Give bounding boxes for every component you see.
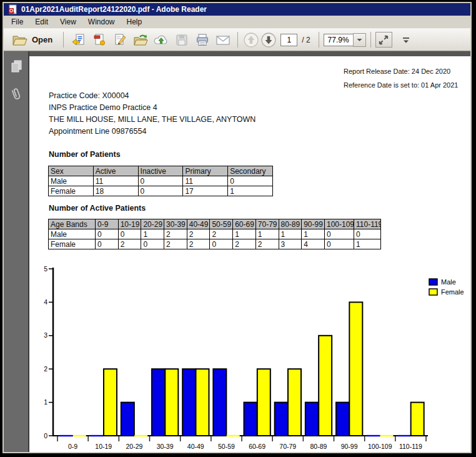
table-cell: 1 [279, 229, 302, 239]
toolbar: Open [4, 28, 470, 51]
pdf-file-icon [7, 4, 17, 14]
appointment-line: Appointment Line 09876554 [49, 126, 255, 138]
table-cell: 0 [118, 229, 141, 239]
sign-document-button[interactable] [109, 31, 130, 49]
table-cell: 0 [210, 239, 233, 249]
age-table-title: Number of Active Patients [49, 204, 146, 213]
email-icon [215, 33, 231, 47]
svg-text:0-9: 0-9 [68, 443, 77, 450]
page-thumbnails-button[interactable] [7, 58, 25, 75]
menu-file[interactable]: File [6, 16, 30, 28]
open-button[interactable]: Open [9, 31, 59, 49]
svg-text:10-19: 10-19 [95, 443, 112, 450]
toolbar-separator [63, 32, 64, 48]
table-cell: 0 [138, 176, 183, 186]
page-number-input[interactable] [280, 34, 297, 46]
practice-address-line: THE MILL HOUSE, MILL LANE, THE VILLAGE, … [49, 114, 255, 126]
table-cell: 18 [93, 186, 138, 196]
print-icon [195, 33, 210, 48]
table-header-row: Age Bands0-910-1920-2930-3940-4950-5960-… [49, 219, 381, 229]
table-cell: Female [49, 186, 94, 196]
table-cell: 2 [233, 239, 256, 249]
table-cell: Male [49, 229, 96, 239]
sign-document-icon [112, 33, 127, 48]
menu-view[interactable]: View [55, 16, 83, 28]
column-header: 80-89 [279, 219, 302, 229]
save-to-folder-button[interactable] [130, 31, 151, 49]
navigation-pane [4, 51, 29, 452]
practice-name-line: INPS Practice Demo Practice 4 [49, 102, 255, 114]
table-cell: 0 [96, 229, 119, 239]
create-pdf-icon [92, 33, 107, 48]
menu-help[interactable]: Help [122, 16, 149, 28]
svg-text:3: 3 [44, 331, 47, 339]
svg-text:4: 4 [44, 298, 47, 306]
title-bar: 01Apr2021AuditReport24122020.pdf - Adobe… [4, 3, 470, 16]
toolbar-separator [370, 32, 371, 48]
attachments-button[interactable] [7, 86, 25, 104]
window-title: 01Apr2021AuditReport24122020.pdf - Adobe… [21, 5, 207, 14]
table-cell: 11 [183, 176, 228, 186]
fit-window-icon [377, 34, 390, 46]
page-down-icon [260, 32, 277, 48]
page-count-label: / 2 [302, 36, 310, 44]
document-pane[interactable]: Report Release Date: 24 Dec 2020 Referen… [29, 51, 470, 452]
column-header: 100-109 [325, 219, 354, 229]
svg-text:0: 0 [44, 432, 47, 439]
save-file-button[interactable] [171, 31, 192, 49]
main-area: Report Release Date: 24 Dec 2020 Referen… [4, 51, 470, 452]
column-header: 0-9 [96, 219, 119, 229]
column-header: Sex [49, 166, 94, 176]
table-cell: 1 [141, 229, 164, 239]
svg-text:80-89: 80-89 [310, 443, 327, 450]
patients-table: SexActiveInactivePrimarySecondaryMale110… [48, 166, 273, 196]
previous-view-button[interactable] [68, 31, 89, 49]
table-cell: 2 [118, 239, 141, 249]
email-button[interactable] [212, 31, 233, 49]
table-row: Female020220223401 [49, 239, 381, 249]
menu-edit[interactable]: Edit [30, 16, 55, 28]
svg-text:1: 1 [44, 398, 47, 406]
screen: 01Apr2021AuditReport24122020.pdf - Adobe… [0, 0, 476, 457]
save-file-icon [174, 33, 189, 48]
svg-text:20-29: 20-29 [126, 443, 142, 450]
table-cell: 1 [354, 239, 381, 249]
table-cell: Male [49, 176, 94, 186]
svg-text:Female: Female [441, 288, 464, 296]
table-cell: 0 [228, 176, 273, 186]
toolbar-separator [237, 32, 238, 48]
cloud-upload-button[interactable] [151, 31, 171, 49]
pdf-page: Report Release Date: 24 Dec 2020 Referen… [29, 56, 470, 452]
save-to-folder-icon [132, 33, 149, 48]
toolbar-overflow-button[interactable] [399, 32, 414, 48]
zoom-level-input[interactable] [324, 34, 354, 46]
fit-window-button[interactable] [375, 32, 392, 48]
next-page-button[interactable] [260, 31, 277, 49]
open-label: Open [32, 35, 52, 44]
column-header: 20-29 [141, 219, 164, 229]
table-cell: 2 [255, 239, 279, 249]
svg-text:100-109: 100-109 [368, 443, 392, 450]
column-header: 10-19 [118, 219, 141, 229]
zoom-dropdown-button[interactable] [353, 33, 366, 47]
table-cell: 0 [141, 239, 164, 249]
age-bands-table: Age Bands0-910-1920-2930-3940-4950-5960-… [48, 219, 381, 249]
column-header: Active [93, 166, 138, 176]
adobe-reader-window: 01Apr2021AuditReport24122020.pdf - Adobe… [2, 2, 472, 453]
svg-text:110-119: 110-119 [399, 443, 422, 450]
open-folder-icon [11, 33, 27, 47]
table-cell: 0 [325, 239, 354, 249]
table-cell: 0 [325, 229, 354, 239]
column-header: 30-39 [164, 219, 187, 229]
svg-text:Male: Male [441, 278, 456, 286]
create-pdf-button[interactable] [89, 31, 109, 49]
print-button[interactable] [192, 31, 212, 49]
menu-window[interactable]: Window [83, 16, 122, 28]
table-cell: 4 [302, 239, 325, 249]
page-thumbnails-icon [9, 59, 24, 74]
previous-page-button[interactable] [242, 31, 260, 49]
patients-table-title: Number of Patients [49, 150, 121, 159]
svg-text:50-59: 50-59 [218, 443, 235, 450]
column-header: 40-49 [187, 219, 210, 229]
menu-bar: File Edit View Window Help [4, 16, 470, 28]
